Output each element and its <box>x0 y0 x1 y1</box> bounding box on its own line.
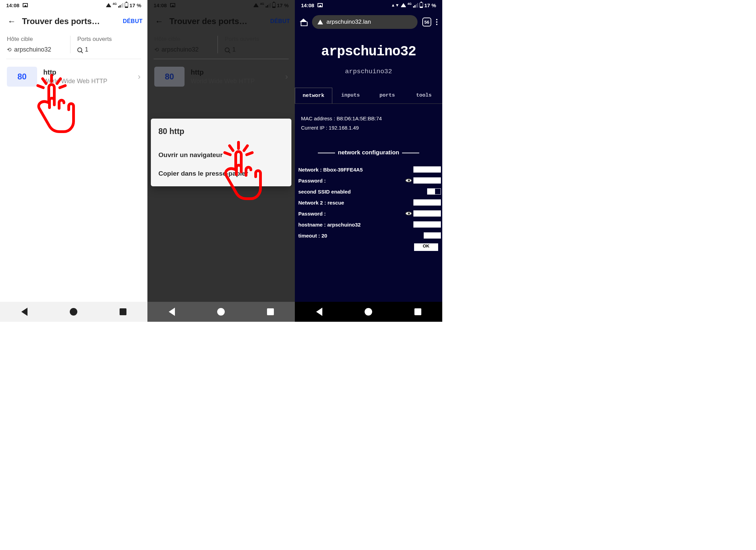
nav-bar <box>295 302 442 322</box>
web-page: arpschuino32 arpschuino32 network inputs… <box>295 34 442 251</box>
insecure-warning-icon <box>318 20 323 24</box>
network-form: Network : Bbox-39FFE4A5 Password : secon… <box>295 166 442 251</box>
host-value: arpschuino32 <box>14 46 51 53</box>
page-subtitle: arpschuino32 <box>295 68 442 75</box>
back-icon[interactable]: ← <box>8 16 16 26</box>
eye-icon[interactable] <box>405 211 412 216</box>
tab-tools[interactable]: tools <box>405 88 442 103</box>
port-number-badge: 80 <box>7 67 37 87</box>
phone-screen-3: 14:08 ▲▼ 4G 17 % arpschuino32.lan 56 arp… <box>295 0 442 322</box>
password-label: Password : <box>298 178 326 184</box>
network-label: Network : <box>298 167 322 173</box>
tab-network[interactable]: network <box>295 88 332 103</box>
nav-bar <box>0 302 147 322</box>
password2-label: Password : <box>298 211 326 217</box>
page-heading: arpschuino32 <box>295 44 442 59</box>
network-value: Bbox-39FFE4A5 <box>323 167 363 173</box>
nav-recent-icon[interactable] <box>414 308 421 315</box>
port-item[interactable]: 80 http World Wide Web HTTP › <box>0 59 147 94</box>
ssid2-label: second SSID enabled <box>298 189 351 195</box>
tab-ports[interactable]: ports <box>369 88 406 103</box>
picture-icon <box>318 3 323 7</box>
start-button[interactable]: DÉBUT <box>123 18 143 24</box>
nav-back-icon[interactable] <box>169 308 175 316</box>
timeout-label: timeout : <box>298 233 320 239</box>
open-ports-label: Ports ouverts <box>77 36 141 43</box>
section-title: network configuration <box>295 149 442 156</box>
clock: 14:08 <box>301 2 314 8</box>
browser-toolbar: arpschuino32.lan 56 <box>295 10 442 34</box>
signal-icon <box>118 3 123 8</box>
battery-icon <box>125 2 128 8</box>
hostname-value: arpschuino32 <box>327 222 361 228</box>
search-icon <box>77 47 82 52</box>
nav-home-icon[interactable] <box>70 308 77 316</box>
timeout-value: 20 <box>322 233 327 239</box>
context-dialog: 80 http Ouvrir un navigateur Copier dans… <box>151 119 291 186</box>
hostname-label: hostname : <box>298 222 326 228</box>
nav-recent-icon[interactable] <box>267 308 274 315</box>
phone-screen-1: 14:08 4G 17 % ← Trouver des ports… DÉBUT… <box>0 0 147 322</box>
wifi-icon <box>106 3 111 7</box>
timeout-input[interactable] <box>424 232 441 239</box>
network2-input[interactable] <box>413 199 441 206</box>
home-icon[interactable] <box>300 19 307 25</box>
net-type: 4G <box>113 2 117 6</box>
nav-bar <box>147 302 295 322</box>
ip-value: 192.168.1.49 <box>329 125 359 131</box>
mac-label: MAC address : <box>301 116 335 121</box>
dialog-open-browser[interactable]: Ouvrir un navigateur <box>158 146 284 164</box>
ok-button[interactable]: OK <box>414 243 438 251</box>
phone-screen-2: 14:08 4G 17 % ← Trouver des ports… DÉBUT… <box>147 0 295 322</box>
nav-back-icon[interactable] <box>21 308 27 316</box>
ssid2-toggle[interactable] <box>427 188 441 195</box>
picture-icon <box>23 3 28 7</box>
wifi-icon <box>401 3 406 7</box>
net-type: 4G <box>408 2 412 6</box>
chevron-right-icon: › <box>138 72 141 81</box>
dialog-title: 80 http <box>158 127 284 136</box>
network2-label: Network 2 : <box>298 200 326 206</box>
data-arrows-icon: ▲▼ <box>391 3 399 8</box>
status-bar: 14:08 ▲▼ 4G 17 % <box>295 0 442 10</box>
app-header: ← Trouver des ports… DÉBUT <box>0 10 147 32</box>
dialog-copy-clipboard[interactable]: Copier dans le presse-papier <box>158 164 284 183</box>
clock: 14:08 <box>6 2 19 8</box>
port-protocol: http <box>43 68 132 76</box>
page-title: Trouver des ports… <box>22 16 116 26</box>
battery-icon <box>420 2 423 8</box>
open-ports-count: 1 <box>85 46 88 53</box>
signal-icon <box>413 3 418 8</box>
menu-dots-icon[interactable] <box>436 19 437 25</box>
tab-inputs[interactable]: inputs <box>332 88 369 103</box>
host-icon: ⟲ <box>7 46 11 53</box>
battery-pct: 17 % <box>130 2 141 8</box>
nav-home-icon[interactable] <box>217 308 225 316</box>
url-text: arpschuino32.lan <box>326 19 371 25</box>
password-input[interactable] <box>413 177 441 184</box>
battery-pct: 17 % <box>424 2 436 8</box>
nav-recent-icon[interactable] <box>120 308 126 315</box>
page-tabs: network inputs ports tools <box>295 88 442 104</box>
network-input[interactable] <box>413 166 441 173</box>
status-bar: 14:08 4G 17 % <box>0 0 147 10</box>
network2-value: rescue <box>327 200 344 206</box>
url-bar[interactable]: arpschuino32.lan <box>312 15 418 29</box>
nav-back-icon[interactable] <box>316 308 322 316</box>
password2-input[interactable] <box>413 210 441 217</box>
hostname-input[interactable] <box>413 221 441 228</box>
tab-count-button[interactable]: 56 <box>422 18 431 26</box>
ip-label: Current IP : <box>301 125 327 131</box>
nav-home-icon[interactable] <box>365 308 372 316</box>
eye-icon[interactable] <box>405 178 412 183</box>
port-description: World Wide Web HTTP <box>43 78 132 85</box>
network-info: MAC address : B8:D6:1A:5E:BB:74 Current … <box>295 104 442 138</box>
host-label: Hôte cible <box>7 36 70 43</box>
mac-value: B8:D6:1A:5E:BB:74 <box>336 116 382 121</box>
scan-info-row: Hôte cible ⟲arpschuino32 Ports ouverts 1 <box>0 32 147 59</box>
